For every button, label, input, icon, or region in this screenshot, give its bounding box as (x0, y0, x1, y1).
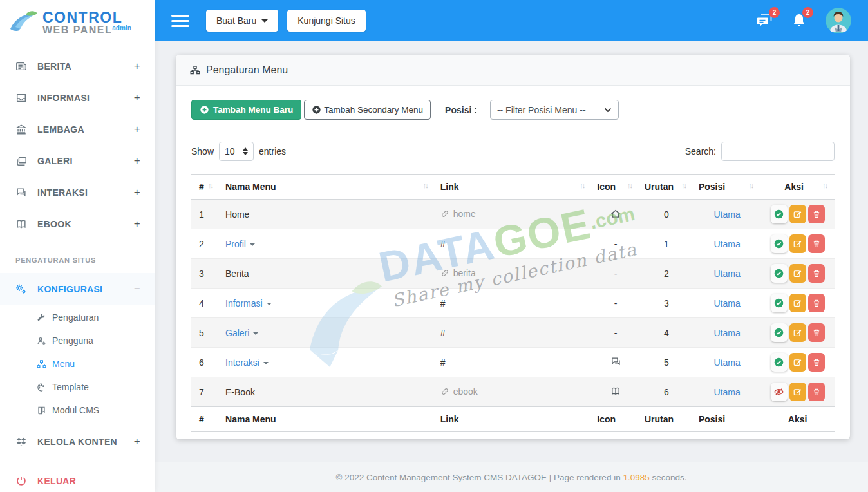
submenu-item-label: Pengguna (52, 336, 93, 346)
brand-line1: CONTROL (42, 9, 122, 26)
edit-button[interactable] (789, 353, 806, 372)
newspaper-icon (15, 61, 27, 72)
submenu-item-template[interactable]: Template (0, 375, 155, 399)
page-length-select[interactable]: 10 (219, 142, 254, 161)
sidebar-item-lembaga[interactable]: LEMBAGA + (0, 113, 155, 145)
status-hidden-button[interactable] (771, 383, 788, 401)
create-new-button[interactable]: Buat Baru (206, 10, 278, 32)
expand-plus-icon[interactable]: + (134, 435, 140, 448)
expand-plus-icon[interactable]: + (134, 186, 140, 199)
delete-button[interactable] (808, 323, 825, 342)
sort-icon[interactable]: ↑↓ (580, 182, 587, 189)
visit-site-button[interactable]: Kunjungi Situs (287, 10, 366, 32)
plus-circle-icon (312, 105, 321, 115)
app-logo[interactable]: CONTROL WEB PANELadmin (0, 0, 155, 45)
posisi-link[interactable]: Utama (713, 269, 740, 279)
col-header-aksi: Aksi (784, 182, 804, 192)
cell-num: 2 (191, 229, 220, 259)
edit-button[interactable] (789, 383, 806, 401)
cell-urutan: 2 (639, 259, 693, 289)
expand-plus-icon[interactable]: + (134, 123, 140, 136)
messages-button[interactable]: 2 (756, 13, 773, 28)
submenu-item-pengaturan[interactable]: Pengaturan (0, 306, 155, 329)
gears-icon (15, 283, 27, 295)
menu-name-link[interactable]: Galeri (225, 328, 249, 338)
status-active-button[interactable] (771, 234, 788, 253)
sort-icon[interactable]: ↑↓ (208, 182, 215, 189)
folders-icon (15, 155, 27, 167)
delete-button[interactable] (808, 205, 825, 223)
col-footer-name: Nama Menu (220, 407, 435, 432)
sidebar-item-interaksi[interactable]: INTERAKSI + (0, 176, 155, 208)
hamburger-menu-icon[interactable] (171, 12, 189, 30)
delete-button[interactable] (808, 294, 825, 312)
edit-button[interactable] (789, 323, 806, 342)
edit-button[interactable] (789, 264, 806, 283)
add-secondary-menu-button[interactable]: Tambah Secondary Menu (304, 100, 431, 120)
posisi-link[interactable]: Utama (713, 357, 740, 368)
sort-icon[interactable]: ↑↓ (423, 182, 430, 189)
collapse-minus-icon[interactable]: − (134, 283, 140, 296)
sidebar-item-ebook[interactable]: EBOOK + (0, 208, 155, 240)
comments-icon (15, 187, 27, 198)
expand-plus-icon[interactable]: + (134, 60, 140, 73)
delete-button[interactable] (808, 234, 825, 253)
notifications-button[interactable]: 2 (792, 13, 806, 28)
posisi-link[interactable]: Utama (713, 298, 740, 308)
position-filter-select[interactable]: -- Filter Posisi Menu -- (490, 100, 619, 120)
expand-plus-icon[interactable]: + (134, 218, 140, 231)
brand-badge: admin (112, 24, 131, 32)
edit-button[interactable] (789, 205, 806, 223)
add-menu-button[interactable]: Tambah Menu Baru (191, 100, 301, 120)
sidebar-item-keluar[interactable]: KELUAR (0, 465, 155, 492)
sort-icon[interactable]: ↑↓ (681, 182, 688, 189)
col-header-num: # (199, 182, 204, 192)
edit-button[interactable] (789, 234, 806, 253)
status-active-button[interactable] (771, 205, 788, 223)
posisi-link[interactable]: Utama (713, 387, 740, 397)
menu-name-link[interactable]: Interaksi (225, 357, 259, 368)
sidebar-item-label: KONFIGURASI (37, 284, 102, 294)
status-active-button[interactable] (771, 323, 788, 342)
sidebar-item-kelola-konten[interactable]: KELOLA KONTEN + (0, 426, 155, 457)
module-book-icon (37, 406, 46, 415)
sort-icon[interactable]: ↑↓ (748, 182, 755, 189)
status-active-button[interactable] (771, 294, 788, 312)
menu-name-link[interactable]: Informasi (225, 298, 263, 308)
palette-icon (37, 383, 46, 392)
sort-icon[interactable]: ↑↓ (627, 182, 634, 189)
user-avatar[interactable] (826, 8, 851, 33)
submenu-item-modul-cms[interactable]: Modul CMS (0, 399, 155, 422)
delete-button[interactable] (808, 353, 825, 372)
submenu-item-pengguna[interactable]: Pengguna (0, 329, 155, 352)
sort-icon[interactable]: ↑↓ (822, 182, 829, 189)
edit-button[interactable] (789, 294, 806, 312)
sidebar-item-label: GALERI (37, 156, 73, 166)
sidebar-item-konfigurasi[interactable]: KONFIGURASI − (0, 273, 155, 305)
card-header: Pengaturan Menu (176, 55, 850, 86)
posisi-link[interactable]: Utama (713, 328, 740, 338)
submenu-item-menu[interactable]: Menu (0, 352, 155, 375)
posisi-link[interactable]: Utama (713, 209, 740, 220)
page-length-value: 10 (225, 146, 235, 156)
menu-link: berita (440, 268, 476, 278)
menu-settings-card: Pengaturan Menu Tambah Menu Baru Tambah … (176, 55, 850, 439)
sidebar-item-galeri[interactable]: GALERI + (0, 145, 155, 176)
status-active-button[interactable] (771, 264, 788, 283)
menu-link: ebook (440, 386, 478, 397)
col-header-link: Link (440, 182, 459, 192)
topbar: Buat Baru Kunjungi Situs 2 2 (155, 0, 868, 41)
search-input[interactable] (721, 142, 835, 161)
delete-button[interactable] (808, 264, 825, 283)
status-active-button[interactable] (771, 353, 788, 372)
footer-render-time: 1.0985 (623, 473, 649, 482)
expand-plus-icon[interactable]: + (134, 91, 140, 104)
sidebar-item-informasi[interactable]: INFORMASI + (0, 82, 155, 113)
posisi-link[interactable]: Utama (713, 239, 740, 249)
sidebar-item-berita[interactable]: BERITA + (0, 50, 155, 82)
expand-plus-icon[interactable]: + (134, 155, 140, 167)
delete-button[interactable] (808, 383, 825, 401)
menu-name-link[interactable]: Profil (225, 239, 246, 249)
submenu-item-label: Pengaturan (52, 312, 99, 323)
cell-num: 1 (191, 200, 220, 229)
